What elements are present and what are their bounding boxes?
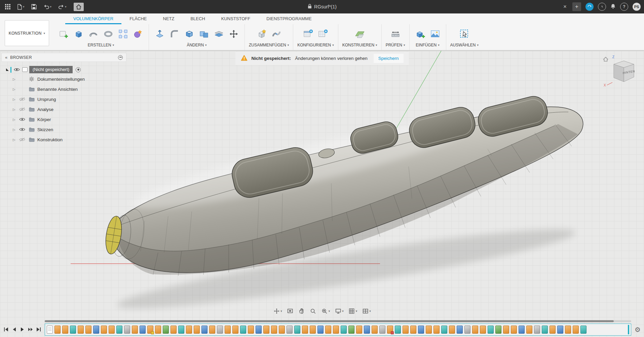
group-dropdown-konstruieren[interactable]: KONSTRUIEREN▾	[342, 43, 377, 47]
visibility-toggle-icon[interactable]	[18, 97, 26, 101]
step-back-button[interactable]	[11, 327, 17, 332]
browser-root-item[interactable]: (Nicht gespeichert)	[1, 65, 126, 74]
display-settings-button[interactable]: ▾	[333, 307, 345, 315]
viewcube-home-icon[interactable]	[603, 57, 608, 61]
viewports-button[interactable]: ▾	[361, 307, 372, 315]
group-dropdown-einfuegen[interactable]: EINFÜGEN▾	[416, 43, 440, 47]
history-clock-icon[interactable]	[598, 3, 606, 11]
pattern-icon[interactable]	[116, 27, 130, 41]
group-dropdown-aendern[interactable]: ÄNDERN▾	[187, 43, 206, 47]
expand-arrow-icon[interactable]: ▷	[13, 108, 16, 111]
viewcube[interactable]: Z HINTEN X	[602, 54, 639, 89]
root-document-label[interactable]: (Nicht gespeichert)	[29, 66, 73, 73]
timeline-feature-icon[interactable]	[495, 326, 501, 334]
timeline-feature-icon[interactable]	[271, 326, 277, 334]
timeline-feature-icon[interactable]	[457, 326, 463, 334]
zoom-window-button[interactable]: ▾	[320, 307, 332, 315]
expand-arrow-icon[interactable]: ▷	[13, 98, 16, 101]
timeline-scrollbar-thumb[interactable]	[45, 320, 614, 322]
timeline-settings-gear-icon[interactable]: ⚙	[635, 326, 641, 336]
timeline-feature-icon[interactable]	[573, 326, 579, 334]
timeline-feature-icon[interactable]	[403, 326, 409, 334]
timeline-feature-icon[interactable]	[426, 326, 432, 334]
timeline-feature-icon[interactable]	[124, 326, 130, 334]
measure-icon[interactable]	[389, 27, 402, 41]
extrude-icon[interactable]	[72, 27, 85, 41]
timeline-feature-icon[interactable]	[341, 326, 347, 334]
split-body-icon[interactable]	[212, 27, 226, 41]
ribbon-tab[interactable]: KUNSTSTOFF	[213, 14, 258, 24]
group-dropdown-pruefen[interactable]: PRÜFEN▾	[386, 43, 405, 47]
home-view-button[interactable]	[74, 3, 84, 11]
timeline-feature-icon[interactable]	[62, 326, 68, 334]
visibility-toggle-icon[interactable]	[18, 107, 26, 111]
timeline-feature-icon[interactable]	[201, 326, 207, 334]
timeline-feature-icon[interactable]	[410, 326, 416, 334]
timeline-feature-icon[interactable]	[194, 326, 200, 334]
timeline-feature-icon[interactable]	[279, 326, 285, 334]
expand-arrow-icon[interactable]: ▷	[13, 118, 16, 121]
timeline-feature-icon[interactable]	[70, 326, 76, 334]
timeline-feature-icon[interactable]	[550, 326, 556, 334]
timeline-feature-icon[interactable]	[240, 326, 246, 334]
ribbon-tab[interactable]: DIENSTPROGRAMME	[258, 14, 319, 24]
revolve-icon[interactable]	[87, 27, 100, 41]
timeline-feature-icon[interactable]	[217, 326, 223, 334]
minimize-panel-icon[interactable]	[118, 55, 123, 60]
new-tab-button[interactable]: +	[572, 2, 581, 11]
browser-header[interactable]: « BROWSER	[1, 53, 126, 62]
timeline-feature-icon[interactable]	[147, 326, 153, 334]
visibility-toggle-icon[interactable]	[18, 138, 26, 142]
ribbon-tab[interactable]: VOLUMENKÖRPER	[65, 14, 121, 24]
timeline-feature-icon[interactable]	[54, 326, 61, 334]
ribbon-tab[interactable]: NETZ	[155, 14, 183, 24]
expand-arrow-icon[interactable]	[6, 68, 9, 71]
orbit-tool-button[interactable]: ▾	[272, 307, 283, 315]
timeline-feature-icon[interactable]	[480, 326, 486, 334]
construction-plane-icon[interactable]	[353, 27, 367, 41]
zoom-tool-button[interactable]	[308, 307, 318, 315]
timeline-feature-icon[interactable]	[418, 326, 424, 334]
timeline-feature-icon[interactable]	[256, 326, 262, 334]
file-menu-button[interactable]: ▾	[15, 3, 26, 11]
help-icon[interactable]: ?	[620, 3, 628, 11]
timeline-feature-icon[interactable]	[565, 326, 571, 334]
timeline-feature-icon[interactable]	[163, 326, 169, 334]
3d-viewport[interactable]: Nicht gespeichert: Änderungen können ver…	[0, 51, 644, 337]
redo-button[interactable]: ▾	[56, 3, 68, 11]
timeline-feature-icon[interactable]	[302, 326, 308, 334]
browser-tree-item[interactable]: ▷ Konstruktion	[1, 135, 126, 145]
timeline-feature-icon[interactable]	[433, 326, 440, 334]
select-tool-icon[interactable]	[458, 27, 471, 41]
activate-component-radio[interactable]	[76, 67, 81, 72]
visibility-toggle-icon[interactable]	[13, 68, 21, 72]
timeline-feature-icon[interactable]	[580, 326, 586, 334]
app-grid-icon[interactable]	[3, 3, 12, 11]
skip-to-start-button[interactable]	[3, 327, 9, 332]
browser-tree-item[interactable]: ▷ Skizzen	[1, 124, 126, 135]
browser-tree-item[interactable]: ▷ Dokumenteinstellungen	[1, 74, 126, 84]
joint-icon[interactable]	[270, 27, 283, 41]
shell-icon[interactable]	[183, 27, 196, 41]
timeline-feature-icon[interactable]	[511, 326, 517, 334]
visibility-toggle-icon[interactable]	[18, 127, 26, 132]
play-button[interactable]	[20, 327, 25, 332]
group-dropdown-zusammenfuegen[interactable]: ZUSAMMENFÜGEN▾	[249, 43, 289, 47]
combine-icon[interactable]	[197, 27, 211, 41]
job-status-icon[interactable]	[585, 3, 594, 11]
timeline-feature-icon[interactable]	[503, 326, 509, 334]
timeline-feature-icon[interactable]	[464, 326, 470, 334]
timeline-feature-icon[interactable]	[387, 326, 393, 334]
timeline-feature-icon[interactable]	[395, 326, 401, 334]
timeline-feature-icon[interactable]	[263, 326, 269, 334]
timeline-feature-icon[interactable]	[372, 326, 378, 334]
browser-tree-item[interactable]: ▷ Analyse	[1, 104, 126, 114]
timeline-feature-icon[interactable]	[542, 326, 548, 334]
avatar[interactable]: PS	[633, 3, 641, 11]
notifications-bell-icon[interactable]	[610, 3, 616, 10]
timeline-feature-icon[interactable]	[225, 326, 231, 334]
timeline-feature-icon[interactable]	[488, 326, 494, 334]
timeline-feature-icon[interactable]	[557, 326, 563, 334]
timeline-feature-icon[interactable]	[449, 326, 455, 334]
timeline-feature-icon[interactable]	[317, 326, 324, 334]
